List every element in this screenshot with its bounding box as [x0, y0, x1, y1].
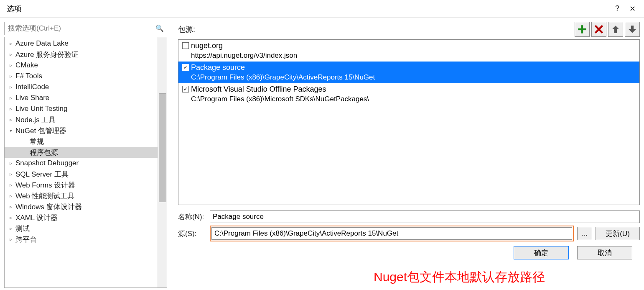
- chevron-right-icon: [8, 204, 14, 210]
- tree-child-item[interactable]: 程序包源: [5, 147, 158, 158]
- tree-item-label: Live Unit Testing: [15, 105, 67, 113]
- tree-item-label: Snapshot Debugger: [15, 159, 79, 167]
- tree-item-label: SQL Server 工具: [15, 169, 69, 179]
- chevron-right-icon: [8, 215, 14, 221]
- tree-item-label: Node.js 工具: [15, 115, 56, 125]
- tree-group-item[interactable]: Web 性能测试工具: [5, 190, 158, 201]
- tree-item-label: 程序包源: [30, 148, 58, 157]
- source-field[interactable]: [211, 227, 572, 240]
- tree-item-label: CMake: [15, 61, 38, 69]
- tree-item-label: 测试: [15, 224, 30, 234]
- source-path: C:\Program Files (x86)\GrapeCity\ActiveR…: [191, 72, 638, 82]
- source-field-label: 源(S):: [178, 229, 210, 239]
- chevron-right-icon: [8, 160, 14, 166]
- check-icon: ✓: [182, 86, 189, 92]
- tree-group-item[interactable]: XAML 设计器: [5, 212, 158, 223]
- tree-group-item[interactable]: Windows 窗体设计器: [5, 201, 158, 212]
- chevron-right-icon: [8, 84, 14, 90]
- source-checkbox[interactable]: ✓: [180, 62, 191, 82]
- source-item[interactable]: nuget.orghttps://api.nuget.org/v3/index.…: [178, 40, 639, 62]
- tree-item-label: IntelliCode: [15, 83, 49, 91]
- tree-group-item[interactable]: Azure 服务身份验证: [5, 49, 158, 60]
- chevron-down-icon: [8, 128, 14, 133]
- name-field-label: 名称(N):: [178, 212, 210, 222]
- chevron-right-icon: [8, 236, 14, 242]
- search-input[interactable]: [4, 22, 167, 35]
- chevron-right-icon: [8, 41, 14, 46]
- tree-item-label: Azure 服务身份验证: [15, 50, 79, 59]
- cross-icon: [593, 24, 604, 35]
- package-sources-label: 包源:: [178, 24, 195, 34]
- tree-item-label: Web 性能测试工具: [15, 191, 74, 201]
- ok-button[interactable]: 确定: [514, 246, 569, 259]
- tree-item-label: Live Share: [15, 94, 49, 102]
- chevron-right-icon: [8, 106, 14, 112]
- tree-child-item[interactable]: 常规: [5, 136, 158, 147]
- svg-rect-1: [578, 28, 586, 30]
- remove-source-button[interactable]: [591, 22, 606, 37]
- tree-group-item[interactable]: Node.js 工具: [5, 114, 158, 125]
- chevron-right-icon: [8, 95, 14, 101]
- source-name: nuget.org: [191, 41, 638, 51]
- tree-item-label: NuGet 包管理器: [15, 126, 66, 136]
- source-checkbox[interactable]: [180, 41, 191, 61]
- chevron-right-icon: [8, 171, 14, 177]
- add-source-button[interactable]: [575, 22, 590, 37]
- options-tree-panel: 🔍 Azure Data LakeAzure 服务身份验证CMakeF# Too…: [4, 22, 167, 288]
- options-tree[interactable]: Azure Data LakeAzure 服务身份验证CMakeF# Tools…: [4, 37, 167, 288]
- annotation-text: Nuget包文件本地默认存放路径: [374, 269, 545, 286]
- tree-group-item[interactable]: IntelliCode: [5, 82, 158, 92]
- tree-group-item[interactable]: Web Forms 设计器: [5, 180, 158, 190]
- close-button[interactable]: ✕: [625, 0, 640, 18]
- arrow-up-icon: [610, 24, 621, 35]
- name-field[interactable]: [210, 210, 640, 223]
- unchecked-box-icon: [182, 42, 189, 49]
- chevron-right-icon: [8, 226, 14, 231]
- chevron-right-icon: [8, 73, 14, 79]
- browse-button[interactable]: ...: [577, 227, 592, 240]
- plus-icon: [577, 24, 588, 35]
- tree-item-label: Azure Data Lake: [15, 39, 69, 48]
- tree-item-label: F# Tools: [15, 72, 42, 80]
- scroll-thumb[interactable]: [159, 93, 166, 202]
- chevron-right-icon: [8, 193, 14, 199]
- tree-item-label: 跨平台: [15, 235, 37, 244]
- arrow-down-icon: [627, 24, 638, 35]
- window-title: 选项: [7, 4, 22, 14]
- source-item[interactable]: ✓Microsoft Visual Studio Offline Package…: [178, 83, 639, 105]
- tree-group-item[interactable]: NuGet 包管理器: [5, 125, 158, 136]
- tree-group-item[interactable]: SQL Server 工具: [5, 169, 158, 180]
- chevron-right-icon: [8, 51, 14, 57]
- tree-group-item[interactable]: 测试: [5, 223, 158, 234]
- move-up-button[interactable]: [608, 22, 623, 37]
- tree-group-item[interactable]: 跨平台: [5, 234, 158, 245]
- check-icon: ✓: [182, 64, 189, 71]
- source-name: Microsoft Visual Studio Offline Packages: [191, 84, 638, 94]
- update-button[interactable]: 更新(U): [596, 227, 640, 240]
- chevron-right-icon: [8, 62, 14, 68]
- chevron-right-icon: [8, 117, 14, 123]
- source-name: Package source: [191, 62, 638, 72]
- package-source-list[interactable]: nuget.orghttps://api.nuget.org/v3/index.…: [178, 39, 640, 205]
- tree-item-label: Web Forms 设计器: [15, 180, 75, 190]
- tree-scrollbar[interactable]: [158, 37, 167, 287]
- chevron-right-icon: [8, 182, 14, 188]
- tree-group-item[interactable]: Live Unit Testing: [5, 103, 158, 114]
- source-path: https://api.nuget.org/v3/index.json: [191, 51, 638, 61]
- tree-group-item[interactable]: Azure Data Lake: [5, 38, 158, 49]
- tree-item-label: XAML 设计器: [15, 213, 58, 223]
- cancel-button[interactable]: 取消: [577, 246, 632, 259]
- source-item[interactable]: ✓Package sourceC:\Program Files (x86)\Gr…: [178, 62, 639, 83]
- tree-group-item[interactable]: F# Tools: [5, 71, 158, 82]
- tree-item-label: Windows 窗体设计器: [15, 202, 82, 212]
- tree-group-item[interactable]: Live Share: [5, 92, 158, 103]
- tree-group-item[interactable]: CMake: [5, 60, 158, 71]
- source-checkbox[interactable]: ✓: [180, 84, 191, 104]
- tree-item-label: 常规: [30, 137, 44, 146]
- help-button[interactable]: ?: [610, 0, 625, 18]
- titlebar: 选项 ? ✕: [0, 0, 644, 18]
- source-path: C:\Program Files (x86)\Microsoft SDKs\Nu…: [191, 94, 638, 104]
- tree-group-item[interactable]: Snapshot Debugger: [5, 158, 158, 169]
- source-field-highlight: [210, 226, 574, 241]
- move-down-button[interactable]: [625, 22, 640, 37]
